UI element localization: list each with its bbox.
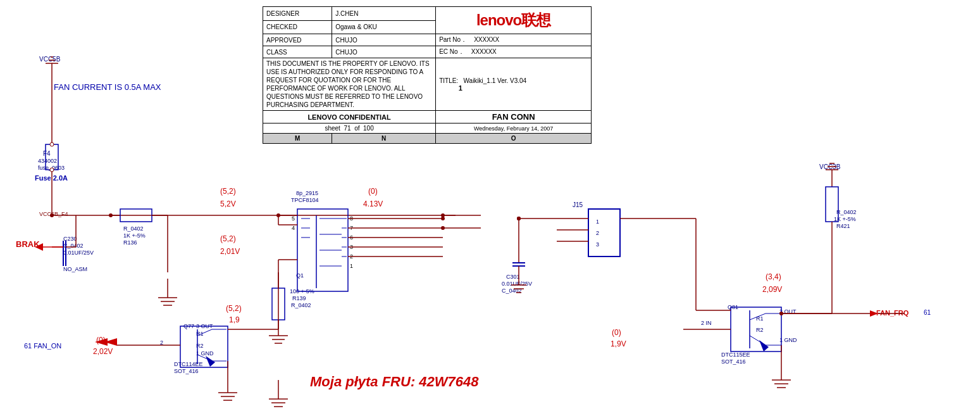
svg-text:4: 4 [292, 225, 295, 231]
svg-rect-5 [46, 144, 58, 170]
svg-point-127 [517, 217, 521, 220]
svg-marker-82 [759, 340, 769, 352]
svg-point-113 [50, 213, 54, 217]
svg-point-121 [779, 312, 783, 315]
schematic-svg: 5 4 8 7 6 3 2 1 [0, 0, 980, 418]
svg-text:1: 1 [350, 263, 353, 269]
svg-line-78 [750, 314, 766, 320]
svg-point-128 [441, 213, 445, 217]
svg-point-6 [50, 142, 54, 146]
svg-marker-15 [35, 243, 43, 251]
svg-rect-84 [826, 187, 838, 222]
svg-marker-90 [870, 310, 878, 317]
svg-rect-70 [588, 209, 620, 256]
svg-point-7 [50, 168, 54, 172]
svg-marker-98 [206, 356, 215, 367]
svg-point-114 [109, 213, 113, 217]
svg-text:5: 5 [292, 215, 295, 222]
svg-point-115 [276, 213, 280, 217]
svg-line-94 [197, 329, 212, 336]
